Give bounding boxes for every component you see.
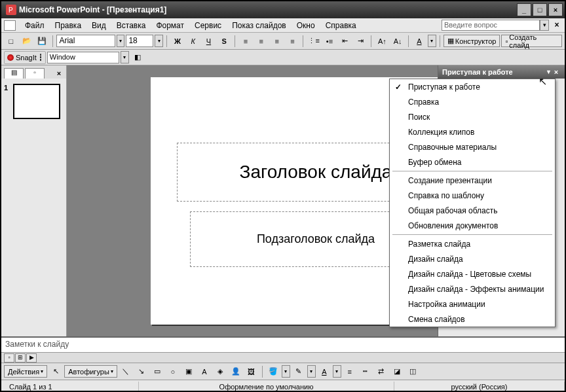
- underline-button[interactable]: Ч: [202, 35, 216, 48]
- textbox-tool[interactable]: ▣: [181, 365, 196, 378]
- 3d-style-button[interactable]: ◫: [406, 365, 420, 378]
- line-color-button[interactable]: ✎: [292, 365, 306, 378]
- snagit-window-dropdown[interactable]: ▾: [121, 51, 129, 63]
- align-center-button[interactable]: ≡: [254, 35, 269, 48]
- save-icon[interactable]: 💾: [35, 35, 50, 48]
- separator: [440, 35, 440, 47]
- fill-color-dropdown[interactable]: ▾: [282, 365, 290, 378]
- menu-item-clipboard[interactable]: Буфер обмена: [390, 154, 555, 169]
- font-color-button[interactable]: A: [317, 365, 331, 378]
- document-close-button[interactable]: ×: [552, 20, 562, 31]
- minimize-button[interactable]: _: [517, 3, 531, 16]
- menu-window[interactable]: Окно: [292, 20, 320, 31]
- design-button[interactable]: ▦Конструктор: [443, 35, 500, 47]
- slides-tab[interactable]: ▫: [25, 68, 45, 79]
- menu-edit[interactable]: Правка: [50, 20, 87, 31]
- shadow-style-button[interactable]: ◪: [390, 365, 404, 378]
- menu-item-color-schemes[interactable]: Дизайн слайда - Цветовые схемы: [390, 266, 555, 281]
- slideshow-view-button[interactable]: ▶: [26, 353, 37, 363]
- justify-button[interactable]: ≡: [286, 35, 300, 48]
- menu-help[interactable]: Справка: [320, 20, 362, 31]
- window-title: Microsoft PowerPoint - [Презентация1]: [19, 5, 516, 14]
- task-pane-dropdown-icon[interactable]: ▼: [546, 69, 552, 75]
- menu-item-slide-design[interactable]: Дизайн слайда: [390, 251, 555, 266]
- font-color-dropdown[interactable]: ▾: [333, 365, 341, 378]
- picture-tool[interactable]: 🖼: [244, 365, 259, 378]
- menu-view[interactable]: Вид: [86, 20, 111, 31]
- clipart-tool[interactable]: 👤: [229, 365, 243, 378]
- maximize-button[interactable]: □: [533, 3, 547, 16]
- menu-item-template-help[interactable]: Справка по шаблону: [390, 188, 555, 203]
- font-color-dropdown[interactable]: ▾: [428, 35, 436, 47]
- menu-item-getting-started[interactable]: Приступая к работе: [390, 79, 555, 94]
- open-icon[interactable]: 📂: [20, 35, 34, 48]
- menu-tools[interactable]: Сервис: [189, 20, 227, 31]
- decrease-font-button[interactable]: A↓: [390, 35, 405, 48]
- increase-font-button[interactable]: A↑: [375, 35, 389, 48]
- font-size-dropdown[interactable]: ▾: [155, 35, 163, 47]
- arrow-style-button[interactable]: ⇄: [374, 365, 388, 378]
- bullets-button[interactable]: •≡: [322, 35, 337, 48]
- numbering-button[interactable]: ⋮≡: [307, 35, 321, 48]
- menu-insert[interactable]: Вставка: [111, 20, 151, 31]
- align-right-button[interactable]: ≡: [270, 35, 284, 48]
- sorter-view-button[interactable]: ⊞: [15, 353, 26, 363]
- new-icon[interactable]: □: [4, 35, 18, 48]
- oval-tool[interactable]: ○: [166, 365, 180, 378]
- menu-file[interactable]: Файл: [20, 20, 50, 31]
- shadow-button[interactable]: S: [217, 35, 231, 48]
- normal-view-button[interactable]: ▫: [4, 353, 14, 363]
- menu-item-slide-layout[interactable]: Разметка слайда: [390, 236, 555, 251]
- select-objects-button[interactable]: ↖: [48, 365, 63, 378]
- increase-indent-button[interactable]: ⇥: [354, 35, 368, 48]
- line-style-button[interactable]: ≡: [343, 365, 357, 378]
- menu-separator: [392, 171, 552, 171]
- decrease-indent-button[interactable]: ⇤: [338, 35, 352, 48]
- arrow-tool[interactable]: ↘: [134, 365, 149, 378]
- help-search-dropdown[interactable]: ▾: [540, 20, 549, 31]
- close-button[interactable]: ×: [548, 3, 563, 16]
- outline-tab[interactable]: ▤: [4, 68, 24, 79]
- menu-item-help[interactable]: Справка: [390, 94, 555, 109]
- align-left-button[interactable]: ≡: [238, 35, 253, 48]
- help-search-input[interactable]: Введите вопрос: [442, 20, 540, 31]
- snagit-window-select[interactable]: Window: [47, 52, 119, 63]
- snagit-label[interactable]: SnagIt┇: [4, 51, 46, 64]
- menu-slideshow[interactable]: Показ слайдов: [227, 20, 292, 31]
- slide-thumbnail[interactable]: [13, 84, 60, 119]
- font-color-button[interactable]: A: [412, 35, 426, 48]
- draw-actions-button[interactable]: Действия▾: [4, 365, 47, 378]
- notes-pane[interactable]: Заметки к слайду: [1, 336, 565, 352]
- menu-item-research[interactable]: Справочные материалы: [390, 139, 555, 154]
- rectangle-tool[interactable]: ▭: [150, 365, 164, 378]
- menu-item-document-updates[interactable]: Обновления документов: [390, 218, 555, 233]
- new-slide-button[interactable]: ▫Создать слайд: [501, 35, 562, 47]
- separator: [235, 35, 235, 47]
- snagit-capture-button[interactable]: ◧: [130, 51, 145, 64]
- menu-format[interactable]: Формат: [151, 20, 189, 31]
- menu-item-animation-schemes[interactable]: Дизайн слайда - Эффекты анимации: [390, 281, 555, 296]
- font-size-select[interactable]: 18: [126, 35, 153, 47]
- task-pane-header[interactable]: Приступая к работе ▼ ×: [438, 65, 565, 79]
- italic-button[interactable]: К: [186, 35, 200, 48]
- menu-item-shared-workspace[interactable]: Общая рабочая область: [390, 203, 555, 218]
- line-tool[interactable]: ＼: [119, 365, 133, 378]
- menu-item-clipart[interactable]: Коллекция клипов: [390, 124, 555, 139]
- menu-item-new-presentation[interactable]: Создание презентации: [390, 173, 555, 188]
- wordart-tool[interactable]: A: [197, 365, 212, 378]
- line-color-dropdown[interactable]: ▾: [307, 365, 316, 378]
- fill-color-button[interactable]: 🪣: [266, 365, 280, 378]
- menu-item-search[interactable]: Поиск: [390, 109, 555, 124]
- bold-button[interactable]: Ж: [170, 35, 185, 48]
- task-pane-close-button[interactable]: ×: [552, 68, 561, 76]
- autoshapes-button[interactable]: Автофигуры▾: [64, 365, 117, 378]
- dash-style-button[interactable]: ┅: [358, 365, 373, 378]
- formatting-toolbar: □ 📂 💾 Arial ▾ 18 ▾ Ж К Ч S ≡ ≡ ≡ ≡ ⋮≡ •≡…: [1, 33, 565, 50]
- thumbnail-item[interactable]: 1: [1, 79, 66, 124]
- font-family-dropdown[interactable]: ▾: [117, 35, 125, 47]
- diagram-tool[interactable]: ◈: [213, 365, 227, 378]
- font-family-select[interactable]: Arial: [56, 35, 115, 47]
- menu-item-slide-transition[interactable]: Смена слайдов: [390, 312, 555, 327]
- menu-item-custom-animation[interactable]: Настройка анимации: [390, 296, 555, 312]
- close-pane-button[interactable]: ×: [54, 69, 64, 79]
